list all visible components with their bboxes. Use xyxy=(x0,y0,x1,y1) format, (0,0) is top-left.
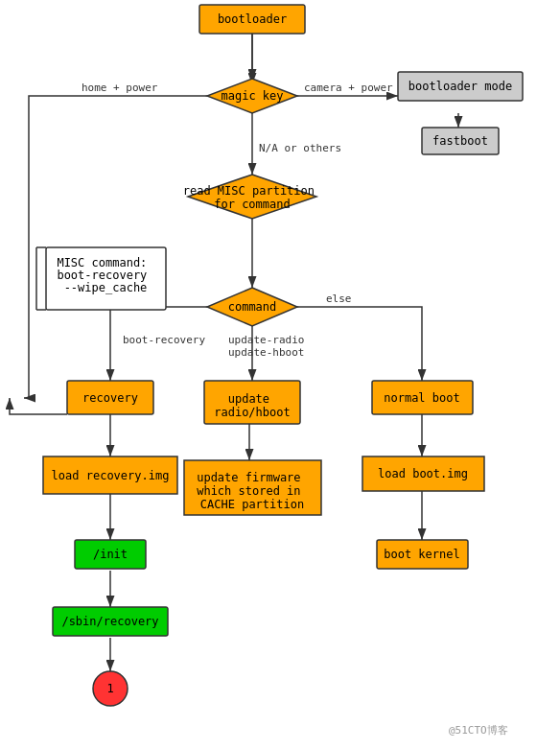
update-firmware-node: update firmware which stored in CACHE pa… xyxy=(184,460,321,515)
end-circle-node: 1 xyxy=(93,671,128,706)
init-node: /init xyxy=(75,540,146,569)
sbin-recovery-node: /sbin/recovery xyxy=(53,607,168,636)
bootloader-label: bootloader xyxy=(218,12,287,26)
misc-command-text: MISC command: boot-recovery --wipe_cache xyxy=(57,256,153,294)
watermark: @51CTO博客 xyxy=(449,724,508,737)
load-recovery-node: load recovery.img xyxy=(43,456,177,494)
recovery-node: recovery xyxy=(67,381,153,414)
misc-command-note: MISC command: boot-recovery --wipe_cache xyxy=(36,247,166,310)
recovery-label: recovery xyxy=(82,391,138,405)
update-radio-node: update radio/hboot xyxy=(204,381,300,424)
label-camera-power: camera + power xyxy=(304,82,393,94)
fastboot-label: fastboot xyxy=(432,134,488,148)
label-update-radio-hboot: update-radio update-hboot xyxy=(228,334,311,359)
read-misc-node: read MISC partition for command xyxy=(183,175,322,219)
label-boot-recovery: boot-recovery xyxy=(123,334,205,346)
magic-key-node: magic key xyxy=(207,79,297,113)
bootloader-mode-node: bootloader mode xyxy=(398,72,523,101)
load-boot-node: load boot.img xyxy=(362,456,484,491)
label-na-others: N/A or others xyxy=(259,142,341,154)
update-firmware-label: update firmware which stored in CACHE pa… xyxy=(197,471,308,511)
bootloader-mode-label: bootloader mode xyxy=(408,80,512,93)
end-circle-label: 1 xyxy=(106,682,113,695)
magic-key-label: magic key xyxy=(221,89,283,103)
command-node: command xyxy=(207,288,297,326)
command-label: command xyxy=(228,300,277,314)
normal-boot-node: normal boot xyxy=(372,381,473,414)
sbin-recovery-label: /sbin/recovery xyxy=(61,615,158,628)
label-home-power: home + power xyxy=(82,82,158,94)
boot-kernel-label: boot kernel xyxy=(384,548,459,561)
bootloader-node: bootloader xyxy=(199,5,305,34)
arrow-recovery-loop xyxy=(10,398,67,414)
load-recovery-label: load recovery.img xyxy=(52,469,170,482)
normal-boot-label: normal boot xyxy=(384,391,459,405)
label-else: else xyxy=(326,293,352,305)
init-label: /init xyxy=(93,548,128,561)
fastboot-node: fastboot xyxy=(422,128,499,154)
load-boot-label: load boot.img xyxy=(378,467,468,480)
boot-kernel-node: boot kernel xyxy=(377,540,468,569)
flowchart-svg: bootloader magic key bootloader mode fas… xyxy=(0,0,560,749)
